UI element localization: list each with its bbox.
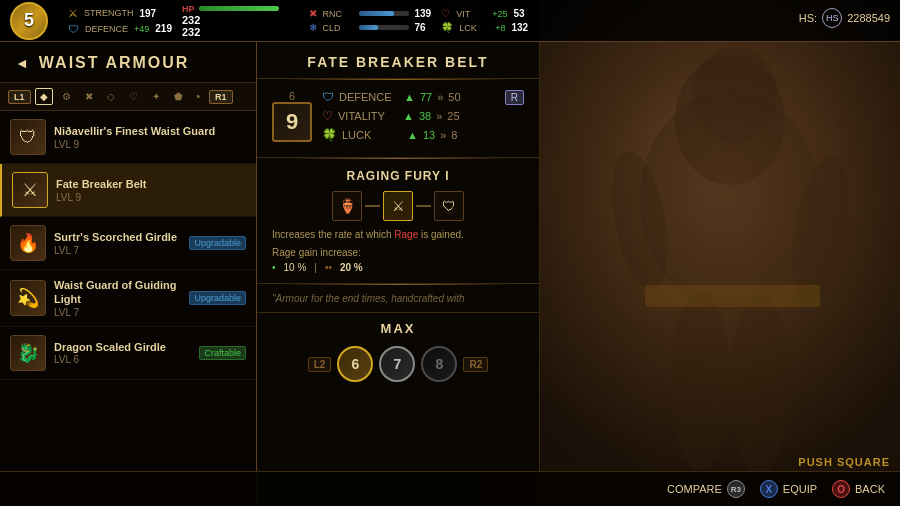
r3-button[interactable]: R3 [727,480,745,498]
defence-stat-icon: 🛡 [322,90,334,104]
tab-circle-icon[interactable]: ◆ [35,88,53,105]
equip-info-2: Fate Breaker Belt LVL 9 [56,177,246,202]
arrow-left-icon[interactable]: ◄ [15,55,31,71]
luck-up-val: 13 [423,129,435,141]
l1-button[interactable]: L1 [8,90,31,104]
o-button[interactable]: O [832,480,850,498]
equip-level-2: LVL 9 [56,192,246,203]
rnc-bar [359,11,409,16]
defence-arrow-right: » [437,91,443,103]
hp-section: HP 232 232 [182,4,279,38]
player-level-badge: 5 [10,2,48,40]
defence-down-val: 50 [448,91,460,103]
rnc-value: 139 [415,8,432,19]
ability-icon-right: 🛡 [434,191,464,221]
luck-stat-line: 🍀 LUCK ▲ 13 » 8 [322,128,495,142]
luck-stat-icon: 🍀 [322,128,337,142]
strength-defence-col: ⚔ STRENGTH 197 🛡 DEFENCE +49 219 [68,7,172,35]
strength-icon: ⚔ [68,7,78,20]
tab-extra-icon[interactable]: ⬟ [169,88,188,105]
l2-button[interactable]: L2 [308,357,332,372]
tab-star-icon[interactable]: ✦ [147,88,165,105]
equip-item-nidavellir[interactable]: 🛡 Niðavellir's Finest Waist Guard LVL 9 [0,111,256,164]
defence-up-val: 77 [420,91,432,103]
tab-bar: L1 ◆ ⚙ ✖ ◇ ♡ ✦ ⬟ • R1 [0,83,256,111]
equip-item-surtr[interactable]: 🔥 Surtr's Scorched Girdle LVL 7 Upgradab… [0,217,256,270]
tab-diamond-icon[interactable]: ◇ [102,88,120,105]
sidebar-panel: ◄ WAIST ARMOUR L1 ◆ ⚙ ✖ ◇ ♡ ✦ ⬟ • R1 🛡 N… [0,42,257,506]
equip-label: EQUIP [783,483,817,495]
vitality-arrow-right: » [436,110,442,122]
equip-item-guiding-light[interactable]: 💫 Waist Guard of Guiding Light LVL 7 Upg… [0,270,256,327]
upgrade-slot-3[interactable]: 8 [421,346,457,382]
cld-label: CLD [323,23,353,33]
strength-label: STRENGTH [84,8,134,18]
vit-label: VIT [456,9,486,19]
ability-desc-text: Increases the rate at which [272,229,392,240]
vitality-down-val: 25 [447,110,459,122]
item-stats-list: 🛡 DEFENCE ▲ 77 » 50 ♡ VITALITY ▲ 38 » 25… [322,90,495,147]
tab-dot-icon[interactable]: • [192,88,206,105]
pushsquare-watermark: PUSH SQUARE [798,456,890,468]
tab-gear-icon[interactable]: ⚙ [57,88,76,105]
r1-button[interactable]: R1 [209,90,233,104]
equip-icon-2: ⚔ [12,172,48,208]
ability-highlight-text: Rage [394,229,418,240]
item-level-badge: 6 9 [272,90,312,142]
vitality-stat-line: ♡ VITALITY ▲ 38 » 25 [322,109,495,123]
defence-stat-name: DEFENCE [339,91,399,103]
badge-upgrade-4: Upgradable [189,291,246,305]
rage-dot-1: • [272,262,276,273]
rage-separator: | [314,262,317,273]
badge-upgrade-3: Upgradable [189,236,246,250]
vit-row: ♡ VIT +25 53 [441,8,528,19]
ability-icon-center: ⚔ [383,191,413,221]
vit-lck-col: ♡ VIT +25 53 🍀 LCK +8 132 [441,8,528,33]
hp-label: HP [182,4,195,14]
vitality-stat-name: VITALITY [338,110,398,122]
vit-bonus: +25 [492,9,507,19]
max-label: MAX [272,321,524,336]
lck-value: 132 [511,22,528,33]
cld-value: 76 [415,22,426,33]
rnc-label: RNC [323,9,353,19]
ability-name: RAGING FURY I [272,169,524,183]
connector-right [416,205,431,207]
vitality-up-arrow: ▲ [403,110,414,122]
hs-label: HS: [799,12,817,24]
upgrade-slot-1[interactable]: 6 [337,346,373,382]
rnc-icon: ✖ [309,8,317,19]
cld-icon: ❄ [309,22,317,33]
hs-value: 2288549 [847,12,890,24]
equip-name-3: Surtr's Scorched Girdle [54,230,181,244]
equip-item-dragon-scaled[interactable]: 🐉 Dragon Scaled Girdle LVL 6 Craftable [0,327,256,380]
rage-value-2: 20 % [340,262,363,273]
x-button[interactable]: X [760,480,778,498]
ability-section: RAGING FURY I 🏺 ⚔ 🛡 Increases the rate a… [257,159,539,284]
hs-icon: HS [822,8,842,28]
item-level-section: 6 9 🛡 DEFENCE ▲ 77 » 50 ♡ VITALITY ▲ 38 … [257,80,539,158]
lck-row: 🍀 LCK +8 132 [441,22,528,33]
cld-bar [359,25,409,30]
equip-info-3: Surtr's Scorched Girdle LVL 7 [54,230,181,255]
rage-dot-2: •• [325,262,332,273]
tab-cross-icon[interactable]: ✖ [80,88,98,105]
equip-level-4: LVL 7 [54,307,181,318]
item-title: FATE BREAKER BELT [257,42,539,79]
equip-icon-4: 💫 [10,280,46,316]
compare-label: COMPARE [667,483,722,495]
upgrade-slot-2[interactable]: 7 [379,346,415,382]
equip-item-fate-breaker[interactable]: ⚔ Fate Breaker Belt LVL 9 [0,164,256,217]
level-top-num: 6 [289,90,295,102]
r2-button[interactable]: R2 [463,357,488,372]
tab-heart-icon[interactable]: ♡ [124,88,143,105]
equip-level-5: LVL 6 [54,354,191,365]
rage-gain-label: Rage gain increase: [272,247,524,258]
item-quote: "Armour for the end times, handcrafted w… [257,285,539,313]
equipment-list[interactable]: 🛡 Niðavellir's Finest Waist Guard LVL 9 … [0,111,256,485]
kratos-background [480,0,900,506]
defence-row: 🛡 DEFENCE +49 219 [68,23,172,35]
luck-arrow-right: » [440,129,446,141]
equip-info-4: Waist Guard of Guiding Light LVL 7 [54,278,181,318]
equip-name-5: Dragon Scaled Girdle [54,340,191,354]
